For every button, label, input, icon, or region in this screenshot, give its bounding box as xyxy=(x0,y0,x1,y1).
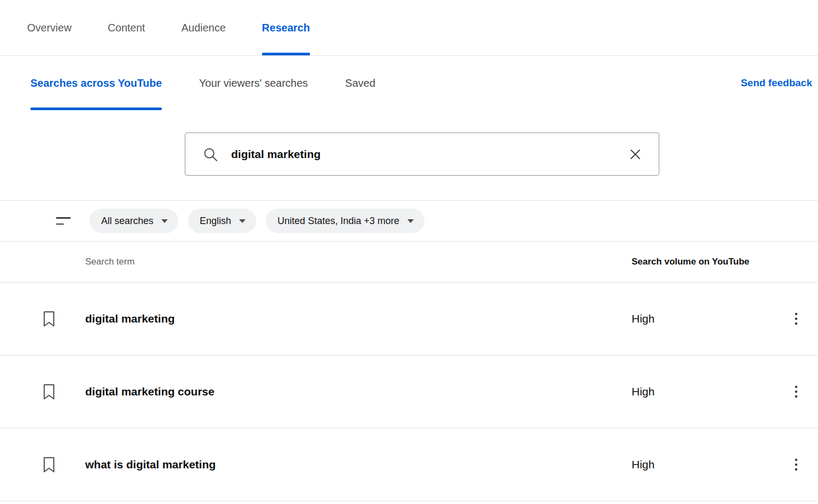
filter-bar: All searches English United States, Indi… xyxy=(0,201,818,242)
tab-audience[interactable]: Audience xyxy=(181,0,225,55)
bookmark-icon[interactable] xyxy=(43,311,85,327)
tab-research-label: Research xyxy=(262,22,310,34)
search-icon xyxy=(202,146,218,162)
bookmark-icon[interactable] xyxy=(43,457,85,473)
search-section xyxy=(0,110,818,201)
tab-audience-label: Audience xyxy=(181,22,225,34)
tab-overview-label: Overview xyxy=(27,22,71,34)
bookmark-icon[interactable] xyxy=(43,384,85,400)
chevron-down-icon xyxy=(407,219,414,223)
subtab-saved-label: Saved xyxy=(345,77,375,89)
row-menu-kebab-icon[interactable] xyxy=(792,383,800,400)
tab-research[interactable]: Research xyxy=(262,0,310,55)
search-box xyxy=(185,133,659,176)
clear-search-icon[interactable] xyxy=(628,147,643,162)
table-row: digital marketing course High xyxy=(0,356,818,428)
tab-content-label: Content xyxy=(108,22,145,34)
tab-content[interactable]: Content xyxy=(108,0,145,55)
main-nav: Overview Content Audience Research xyxy=(0,0,818,56)
search-term-text: digital marketing xyxy=(85,312,632,325)
chevron-down-icon xyxy=(161,219,168,223)
subtab-your-viewers-searches[interactable]: Your viewers' searches xyxy=(199,56,308,110)
row-menu-kebab-icon[interactable] xyxy=(792,310,800,327)
send-feedback-link[interactable]: Send feedback xyxy=(741,77,812,89)
search-volume-value: High xyxy=(632,312,655,325)
search-volume-value: High xyxy=(632,458,655,471)
tab-overview[interactable]: Overview xyxy=(27,0,71,55)
search-input[interactable] xyxy=(231,148,628,161)
filter-chip-language-label: English xyxy=(200,216,231,227)
search-results-table: Search term Search volume on YouTube dig… xyxy=(0,242,818,501)
table-row: what is digital marketing High xyxy=(0,428,818,501)
search-term-text: digital marketing course xyxy=(85,385,632,398)
table-header-row: Search term Search volume on YouTube xyxy=(0,242,818,283)
filter-chip-search-type-label: All searches xyxy=(101,216,153,227)
filter-icon[interactable] xyxy=(56,217,71,225)
subtab-searches-across-youtube-label: Searches across YouTube xyxy=(30,77,162,89)
filter-chip-language[interactable]: English xyxy=(188,209,256,233)
filter-chip-search-type[interactable]: All searches xyxy=(89,209,178,233)
column-header-search-volume: Search volume on YouTube xyxy=(632,257,818,267)
row-menu-kebab-icon[interactable] xyxy=(792,456,800,473)
filter-chip-locations-label: United States, India +3 more xyxy=(277,216,399,227)
column-header-search-term: Search term xyxy=(85,257,632,267)
subtab-searches-across-youtube[interactable]: Searches across YouTube xyxy=(30,56,162,110)
search-volume-value: High xyxy=(632,385,655,398)
filter-chip-locations[interactable]: United States, India +3 more xyxy=(266,209,424,233)
research-subnav: Searches across YouTube Your viewers' se… xyxy=(0,56,818,110)
chevron-down-icon xyxy=(239,219,246,223)
subtab-your-viewers-searches-label: Your viewers' searches xyxy=(199,77,308,89)
search-term-text: what is digital marketing xyxy=(85,458,632,471)
table-row: digital marketing High xyxy=(0,283,818,356)
subtab-saved[interactable]: Saved xyxy=(345,56,375,110)
